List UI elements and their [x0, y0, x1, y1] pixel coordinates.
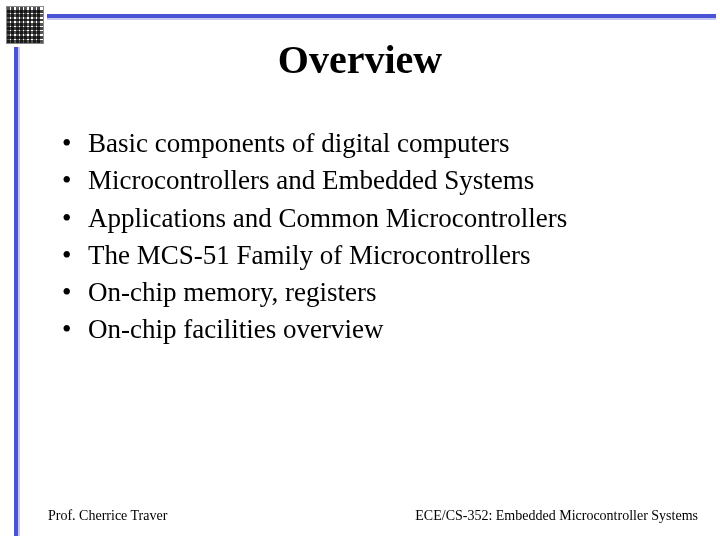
list-item: The MCS-51 Family of Microcontrollers [62, 237, 690, 274]
bullet-list: Basic components of digital computers Mi… [62, 125, 690, 349]
slide-title: Overview [0, 36, 720, 83]
decorative-top-bar [47, 14, 716, 18]
list-item: Microcontrollers and Embedded Systems [62, 162, 690, 199]
footer-course: ECE/CS-352: Embedded Microcontroller Sys… [415, 508, 698, 524]
footer-author: Prof. Cherrice Traver [48, 508, 167, 524]
decorative-left-bar [14, 47, 18, 536]
list-item: Applications and Common Microcontrollers [62, 200, 690, 237]
list-item: On-chip facilities overview [62, 311, 690, 348]
list-item: Basic components of digital computers [62, 125, 690, 162]
list-item: On-chip memory, registers [62, 274, 690, 311]
